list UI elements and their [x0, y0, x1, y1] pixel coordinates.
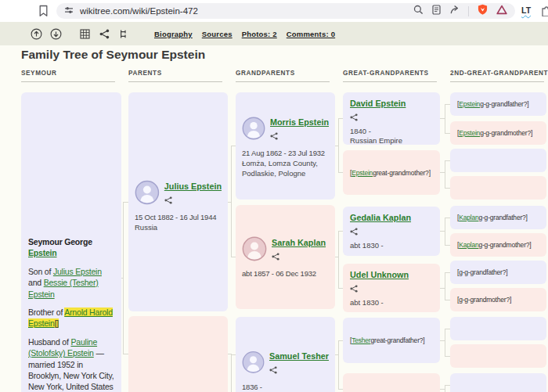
person-link-samuel[interactable]: Samuel Tesher [269, 351, 329, 361]
placeholder-card-epstein-great-grandmother[interactable]: [Epstein great-grandmother?] [343, 150, 440, 195]
column-header-seymour: SEYMOUR [21, 70, 115, 82]
person-card-david: David Epstein 1840 - Russian Empire [343, 92, 440, 145]
bio-brother-of: Brother of Arnold Harold Epstein[] [28, 307, 114, 329]
connector [123, 354, 128, 354]
person-place: Russian Empire [350, 136, 433, 145]
page-title: Family Tree of Seymour Epstein [21, 48, 205, 62]
avatar[interactable] [135, 180, 160, 205]
text-segment: g-g-grandfather?] [478, 214, 527, 221]
person-place: Russia [128, 221, 228, 233]
connector [445, 272, 450, 273]
person-link-gedalia[interactable]: Gedalia Kaplan [350, 213, 433, 222]
person-card-gedalia: Gedalia Kaplan abt 1830 - [343, 207, 440, 256]
avatar[interactable] [242, 236, 267, 261]
placeholder-card-tesher-great-grandfather[interactable]: [Tesher great-grandfather?] [343, 318, 440, 363]
person-link-julius[interactable]: Julius Epstein [164, 182, 222, 191]
placeholder-card-gg-grandmother[interactable]: [g-g-grandmother?] [450, 288, 546, 311]
share-icon[interactable] [272, 250, 326, 264]
bookmark-icon[interactable] [38, 5, 49, 20]
connections-share-icon[interactable] [98, 27, 111, 41]
column-header-grandparents: GRANDPARENTS [236, 70, 330, 82]
connector [445, 218, 445, 245]
profile-link[interactable]: Epstein [352, 169, 373, 177]
person-link-david[interactable]: David Epstein [350, 99, 433, 108]
biography-link[interactable]: Biography [154, 30, 193, 38]
text-segment: great-grandmother?] [373, 169, 431, 177]
share-icon[interactable] [350, 110, 433, 124]
text-segment: Son of [28, 267, 53, 276]
connector [231, 146, 232, 257]
text-segment: [g-g-grandmother?] [457, 296, 511, 304]
person-link-udel[interactable]: Udel Unknown [350, 270, 433, 279]
profile-link[interactable]: Julius Epstein [53, 267, 102, 276]
connector [445, 104, 445, 133]
share-icon[interactable] [350, 282, 433, 296]
extension-triangle-icon[interactable] [496, 4, 507, 18]
person-dates: 21 Aug 1862 - 23 Jul 1932 [236, 143, 335, 157]
person-dates: 1836 - [236, 377, 335, 391]
site-settings-icon[interactable] [64, 4, 74, 18]
placeholder-card-gg-grandfather[interactable]: [g-g-grandfather?] [450, 261, 546, 284]
share-page-icon[interactable] [449, 4, 460, 18]
connector [445, 272, 445, 300]
placeholder-card-epstein-gg-grandfather[interactable]: [Epstein g-g-grandfather?] [450, 92, 546, 116]
connector [445, 385, 445, 392]
empty-person-card [450, 149, 546, 172]
placeholder-card-epstein-gg-grandmother[interactable]: [Epstein g-g-grandmother?] [450, 121, 546, 145]
sources-link[interactable]: Sources [202, 30, 233, 38]
toolbar-divider [468, 6, 469, 16]
profile-link[interactable]: Epstein [459, 129, 480, 137]
languagetool-badge[interactable]: LT [521, 5, 531, 15]
profile-link[interactable]: Epstein [28, 248, 57, 257]
share-icon[interactable] [350, 225, 433, 239]
brave-shield-icon[interactable] [478, 4, 488, 19]
connector [338, 340, 339, 389]
navigate-down-icon[interactable] [49, 27, 63, 41]
connector [445, 385, 450, 386]
text-segment: [] [55, 318, 59, 328]
photos-link[interactable]: Photos: 2 [242, 30, 277, 38]
seymour-bio: Seymour George Epstein Son of Julius Eps… [21, 92, 121, 392]
connector [445, 133, 450, 134]
family-grid-icon[interactable] [78, 27, 92, 41]
navigate-up-icon[interactable] [30, 27, 43, 41]
connector [445, 329, 450, 329]
profile-link[interactable]: Epstein [459, 100, 480, 108]
person-link-sarah[interactable]: Sarah Kaplan [272, 238, 326, 247]
empty-person-card [450, 373, 546, 392]
zoom-icon[interactable] [413, 4, 424, 18]
person-dates: abt 1830 - [350, 298, 433, 307]
profile-link[interactable]: Tesher [352, 336, 370, 344]
person-card-udel: Udel Unknown abt 1830 - [343, 264, 440, 312]
connector [445, 188, 450, 189]
placeholder-card-kaplan-gg-grandfather[interactable]: [Kaplan g-g-grandfather?] [450, 206, 546, 229]
profile-link[interactable]: Kaplan [459, 214, 478, 221]
person-link-morris[interactable]: Morris Epstein [270, 117, 329, 127]
empty-person-card [450, 317, 546, 340]
url-text[interactable]: wikitree.com/wiki/Epstein-472 [80, 6, 407, 16]
bio-son-of: Son of Julius Epstein and Bessie (Tesher… [28, 266, 114, 300]
share-icon[interactable] [164, 193, 222, 207]
placeholder-card-kaplan-gg-grandmother[interactable]: [Kaplan g-g-grandmother?] [450, 233, 546, 257]
share-icon[interactable] [270, 129, 329, 143]
address-bar-icons [413, 4, 507, 19]
avatar[interactable] [242, 350, 265, 375]
avatar[interactable] [242, 116, 265, 141]
profile-link[interactable]: Kaplan [459, 241, 478, 249]
connector [445, 300, 450, 300]
person-card-julius: Julius Epstein 15 Oct 1882 - 16 Jul 1944… [128, 92, 228, 311]
reader-mode-icon[interactable] [432, 4, 441, 18]
column-header-2nd-great-grandparents: 2ND-GREAT-GRANDPARENTS [450, 70, 544, 82]
connector [445, 104, 450, 105]
tree-view-icon[interactable] [117, 27, 131, 41]
browser-window: wikitree.com/wiki/Epstein-472 [0, 0, 548, 392]
bio-husband-of: Husband of Pauline (Stolofsky) Epstein —… [28, 336, 114, 392]
profile-nav-links: Biography Sources Photos: 2 Comments: 0 [154, 30, 335, 38]
share-icon[interactable] [269, 363, 329, 377]
person-card-morris: Morris Epstein 21 Aug 1862 - 23 Jul 1932… [236, 92, 335, 200]
comments-link[interactable]: Comments: 0 [287, 30, 335, 38]
extensions-icon[interactable] [541, 5, 548, 20]
connector [338, 118, 339, 173]
column-header-parents: PARENTS [128, 70, 222, 82]
address-bar[interactable]: wikitree.com/wiki/Epstein-472 [56, 3, 515, 19]
